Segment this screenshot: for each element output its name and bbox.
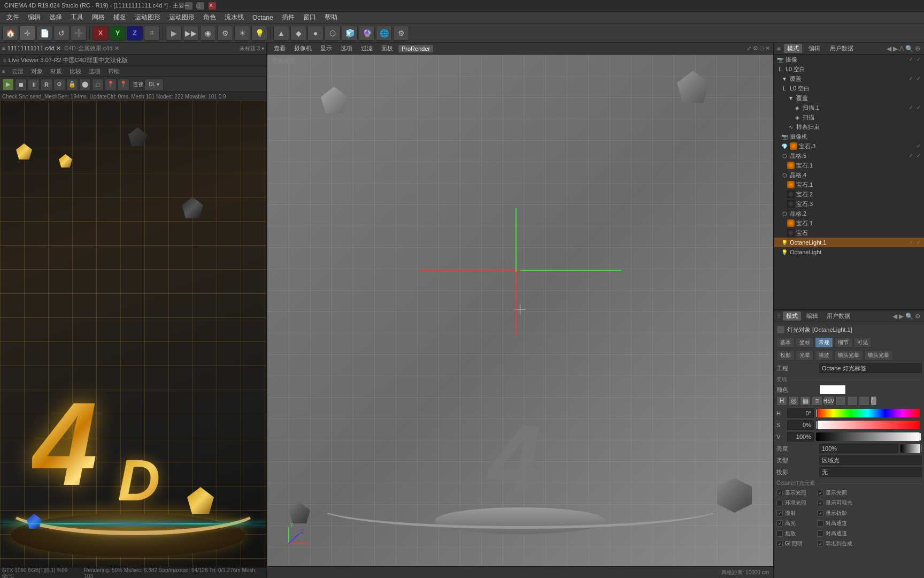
hierarchy-settings[interactable]: ⚙: [915, 45, 921, 52]
ptab-coord[interactable]: 坐标: [796, 337, 814, 348]
cpick-icon2[interactable]: ◎: [788, 396, 799, 406]
maximize-button[interactable]: □: [197, 2, 204, 10]
check-gi-box[interactable]: [776, 541, 783, 547]
toolbar-rotate-view[interactable]: ↺: [53, 26, 70, 41]
c4d-file-tab[interactable]: C4D-全属效果.c4d ✕: [64, 44, 119, 52]
check-export-box[interactable]: [817, 541, 823, 547]
scene-item-gem3[interactable]: 💎 宝石.3 ✓: [774, 141, 924, 151]
toolbar-y-axis[interactable]: Y: [110, 26, 126, 41]
toolbar-obj6[interactable]: 🔮: [359, 26, 375, 41]
scene-tab-mode[interactable]: 模式: [784, 44, 802, 53]
toolbar-add[interactable]: ➕: [71, 26, 87, 41]
check-env-box[interactable]: [776, 500, 783, 506]
props-settings[interactable]: ⚙: [915, 313, 921, 320]
toolbar-bulb[interactable]: 💡: [251, 26, 267, 41]
toolbar-obj1[interactable]: ▲: [273, 26, 289, 41]
toolbar-obj4[interactable]: ⬡: [325, 26, 341, 41]
menu-plugins[interactable]: 插件: [278, 12, 299, 23]
cpick-icon1[interactable]: H: [776, 396, 787, 406]
props-search[interactable]: 🔍: [905, 313, 913, 320]
hierarchy-menu[interactable]: A: [899, 45, 904, 52]
toolbar-sun[interactable]: ☀: [234, 26, 250, 41]
menu-character[interactable]: 角色: [199, 12, 220, 23]
type-value[interactable]: 区域光: [819, 455, 922, 465]
s-thumb[interactable]: [816, 421, 818, 429]
hierarchy-next[interactable]: ▶: [893, 45, 898, 52]
lv-viewport[interactable]: 4 D: [0, 101, 266, 567]
check-show-light-box[interactable]: [776, 490, 783, 496]
toolbar-home[interactable]: 🏠: [2, 26, 18, 41]
lv-dl-btn[interactable]: DL ▾: [144, 79, 164, 90]
cpick-icon6[interactable]: [847, 396, 858, 406]
scene-item-gem3b[interactable]: 宝石.3: [774, 199, 924, 209]
props-tab-user[interactable]: 用户数据: [823, 311, 853, 321]
scene-tab-edit[interactable]: 编辑: [805, 44, 823, 53]
viewport-3d[interactable]: 透视视图 4: [267, 55, 773, 566]
lv-lock-btn[interactable]: 🔒: [66, 79, 78, 90]
tab-label-3[interactable]: 未标题 3 ▾: [240, 45, 264, 52]
lv-pin2-btn[interactable]: 📍: [118, 79, 129, 90]
ptab-lens2[interactable]: 镜头光晕: [864, 350, 893, 361]
scene-item-lattice4[interactable]: ⬡ 晶格.4: [774, 170, 924, 180]
scene-item-cover1[interactable]: ▼ 覆盖 ✓ ✓: [774, 74, 924, 83]
menu-pipeline[interactable]: 流水线: [220, 12, 248, 23]
menu-file[interactable]: 文件: [2, 12, 24, 23]
toolbar-move[interactable]: ✛: [19, 26, 35, 41]
toolbar-render2[interactable]: ▶▶: [183, 26, 199, 41]
v-thumb[interactable]: [920, 432, 921, 441]
ptab-halo[interactable]: 光晕: [796, 350, 814, 361]
toolbar-obj3[interactable]: ●: [307, 26, 324, 41]
toolbar-settings[interactable]: ⚙: [217, 26, 233, 41]
scene-item-octane-light1[interactable]: 💡 OctaneLight.1 ✓ ✓: [774, 238, 924, 247]
v-value[interactable]: [787, 432, 814, 442]
cpick-icon5[interactable]: [835, 396, 846, 406]
lv-tab-help[interactable]: 帮助: [105, 67, 123, 76]
props-prev[interactable]: ◀: [892, 313, 897, 320]
scene-item-subcam[interactable]: 📷 摄像机: [774, 132, 924, 141]
menu-capture[interactable]: 捕捉: [109, 12, 130, 23]
intensity-value[interactable]: [819, 444, 898, 453]
cpick-icon7[interactable]: [859, 396, 869, 406]
vp-menu-display[interactable]: 显示: [317, 44, 335, 53]
lv-tab-options[interactable]: 选项: [86, 67, 104, 76]
intensity-thumb[interactable]: [920, 444, 922, 453]
vp-menu-filter[interactable]: 过滤: [358, 44, 376, 53]
toolbar-render[interactable]: ▶: [166, 26, 182, 41]
lv-pin-btn[interactable]: 📍: [105, 79, 117, 90]
ptab-general[interactable]: 常规: [815, 337, 833, 348]
vp-menu-prorender[interactable]: ProRender: [398, 45, 433, 52]
lv-pause-btn[interactable]: ⏸: [28, 79, 40, 90]
lv-stop-btn[interactable]: ⏹: [15, 79, 27, 90]
lv-settings-btn[interactable]: ⚙: [53, 79, 65, 90]
menu-effector[interactable]: 运动图形: [165, 12, 199, 23]
toolbar-z-axis[interactable]: Z: [127, 26, 143, 41]
lv-circle-btn[interactable]: ⬤: [79, 79, 91, 90]
menu-mesh[interactable]: 网格: [88, 12, 109, 23]
menu-mograph[interactable]: 运动图形: [130, 12, 165, 23]
h-strip[interactable]: [816, 409, 920, 417]
cpick-hsv[interactable]: HSV: [823, 396, 834, 406]
toolbar-obj8[interactable]: ⚙: [393, 26, 409, 41]
scene-item-gem1a[interactable]: 宝石.1: [774, 161, 924, 170]
lv-tab-objects[interactable]: 对象: [28, 67, 46, 76]
menu-window[interactable]: 窗口: [299, 12, 320, 23]
ptab-noise[interactable]: 噪波: [815, 350, 833, 361]
scene-tab-user[interactable]: 用户数据: [827, 44, 857, 53]
file-tab[interactable]: 11111111111.c4d ✕: [7, 45, 61, 52]
toolbar-x-axis[interactable]: X: [93, 26, 109, 41]
scene-item-l0[interactable]: L L0 空白: [774, 64, 924, 74]
scene-item-octane-light[interactable]: 💡 OctaneLight: [774, 247, 924, 257]
scene-item-gem1c[interactable]: 宝石.1: [774, 218, 924, 228]
toolbar-obj7[interactable]: 🌐: [376, 26, 392, 41]
vp-menu-view[interactable]: 查看: [271, 44, 289, 53]
hierarchy-search[interactable]: 🔍: [905, 45, 913, 52]
scene-item-cover2[interactable]: ▼ 覆盖: [774, 93, 924, 103]
lv-square-btn[interactable]: □: [92, 79, 104, 90]
minimize-button[interactable]: ─: [185, 2, 192, 10]
scene-item-gemc[interactable]: 宝石: [774, 228, 924, 238]
props-tab-mode[interactable]: 模式: [783, 311, 801, 321]
toolbar-new[interactable]: 📄: [36, 26, 52, 41]
props-tab-edit[interactable]: 编辑: [803, 311, 821, 321]
cpick-icon3[interactable]: ▦: [800, 396, 811, 406]
scene-item-lattice2[interactable]: ⬡ 晶格.2: [774, 209, 924, 218]
